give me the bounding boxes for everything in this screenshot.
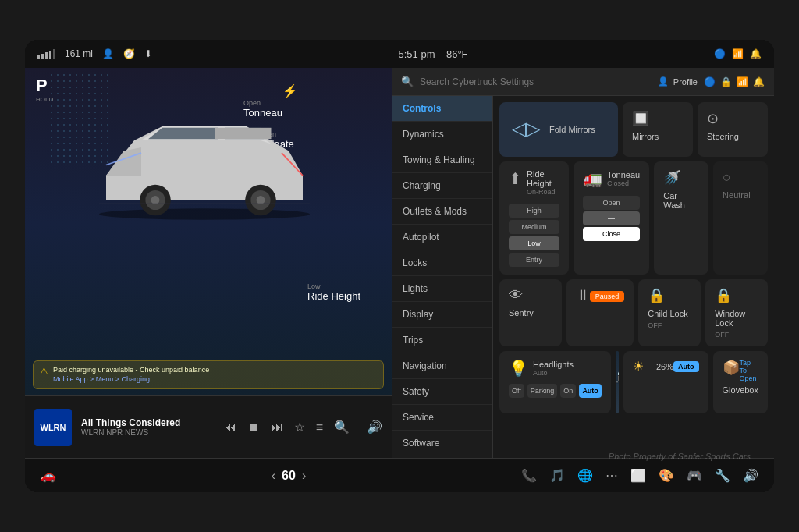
status-right: 🔵 📶 🔔 <box>714 48 762 59</box>
fold-mirrors-card[interactable]: ◁▷ Fold Mirrors <box>499 102 618 157</box>
next-track-button[interactable]: ⏭ <box>271 420 283 434</box>
child-lock-card[interactable]: 🔒 Child Lock OFF <box>638 279 701 346</box>
prev-track-button[interactable]: ⏮ <box>224 420 236 434</box>
car-icon-taskbar[interactable]: 🚗 <box>41 468 56 483</box>
ride-height-label: Low Ride Height <box>307 282 360 302</box>
nav-dynamics[interactable]: Dynamics <box>392 122 492 147</box>
glovebox-label: Glovebox <box>723 385 758 395</box>
music-icon-taskbar[interactable]: 🎵 <box>549 468 565 483</box>
ride-high-btn[interactable]: High <box>509 204 559 218</box>
radio-station: WLRN NPR NEWS <box>81 428 215 437</box>
ride-medium-btn[interactable]: Medium <box>509 220 559 234</box>
car-cam-card[interactable]: 📷 <box>616 351 619 413</box>
headlights-label: Headlights <box>533 360 574 369</box>
status-bar: 161 mi 👤 🧭 ⬇ 5:51 pm 86°F 🔵 📶 🔔 <box>25 40 774 68</box>
next-btn-taskbar[interactable]: › <box>302 469 306 483</box>
nav-charging[interactable]: Charging <box>392 173 492 199</box>
row-2: ⬆ Ride Height On-Road High Medium Low <box>499 161 768 275</box>
window-lock-card[interactable]: 🔒 Window Lock OFF <box>705 279 768 346</box>
nav-controls[interactable]: Controls <box>392 96 492 122</box>
nav-autopilot[interactable]: Autopilot <box>392 225 492 250</box>
nav-service[interactable]: Service <box>392 405 492 431</box>
window-lock-label: Window Lock <box>715 309 758 328</box>
search-input[interactable] <box>420 76 652 87</box>
paused-icon: ⏸ <box>576 287 590 303</box>
sentry-label: Sentry <box>509 308 552 317</box>
brightness-percent: 26% <box>656 362 673 371</box>
vehicle-display: P HOLD Open Tonneau Open Tailgate Open F… <box>25 68 392 395</box>
nav-software[interactable]: Software <box>392 431 492 456</box>
nav-display[interactable]: Display <box>392 302 492 328</box>
equalizer-button[interactable]: ≡ <box>316 420 323 434</box>
app3-taskbar[interactable]: 🎮 <box>687 468 702 483</box>
bt-icon: 🔵 <box>704 76 716 87</box>
car-wash-card[interactable]: 🚿 Car Wash <box>654 161 708 275</box>
radio-controls[interactable]: ⏮ ⏹ ⏭ ☆ ≡ 🔍 🔊 <box>224 420 382 434</box>
mileage-display: 161 mi <box>65 48 93 59</box>
prev-btn-taskbar[interactable]: ‹ <box>272 469 275 483</box>
headlight-on-btn[interactable]: On <box>560 384 576 398</box>
app2-taskbar[interactable]: 🎨 <box>659 468 674 483</box>
ride-low-btn[interactable]: Low <box>509 236 559 250</box>
ride-height-label: Ride Height <box>527 169 559 188</box>
ride-entry-btn[interactable]: Entry <box>509 253 559 267</box>
nav-outlets[interactable]: Outlets & Mods <box>392 199 492 225</box>
headlight-off-btn[interactable]: Off <box>509 384 524 398</box>
window-lock-sub: OFF <box>715 331 758 339</box>
profile-icons: 🔵 🔒 📶 🔔 <box>704 76 765 87</box>
bell-icon2: 🔔 <box>753 76 765 87</box>
app1-taskbar[interactable]: ⬜ <box>630 468 646 483</box>
headlight-auto-btn[interactable]: Auto <box>579 384 602 398</box>
steering-card[interactable]: ⊙ Steering <box>698 102 768 157</box>
svg-marker-6 <box>106 147 141 176</box>
nav-trips[interactable]: Trips <box>392 328 492 353</box>
nav-towing[interactable]: Towing & Hauling <box>392 147 492 173</box>
star-button[interactable]: ☆ <box>294 420 305 434</box>
search-icon: 🔍 <box>401 76 414 87</box>
mirrors-label: Mirrors <box>632 132 684 141</box>
dots-icon-taskbar[interactable]: ⋯ <box>605 468 618 483</box>
volume-taskbar[interactable]: 🔊 <box>743 468 758 483</box>
nav-navigation[interactable]: Navigation <box>392 353 492 379</box>
tonneau-close-btn[interactable]: — <box>583 211 640 225</box>
tonneau-card[interactable]: 🚛 Tonneau Closed Open <box>574 161 649 275</box>
status-left: 161 mi 👤 🧭 ⬇ <box>37 48 152 59</box>
time-display: 5:51 pm <box>398 48 435 60</box>
ride-segment: High Medium Low Entry <box>509 204 559 267</box>
tonneau-closed-btn[interactable]: Close <box>583 227 640 241</box>
search-button[interactable]: 🔍 <box>334 420 350 434</box>
radio-panel: WLRN All Things Considered WLRN NPR NEWS… <box>25 395 392 458</box>
fold-mirrors-text: Fold Mirrors <box>549 125 595 134</box>
nav-lights[interactable]: Lights <box>392 276 492 302</box>
profile-button[interactable]: 👤 Profile <box>658 76 698 87</box>
taskbar-center: ‹ 60 › <box>272 469 306 483</box>
brightness-auto[interactable]: Auto <box>673 361 699 372</box>
alert-icon: ⚠ <box>40 366 48 377</box>
glovebox-card[interactable]: 📦 Tap To Open Glovebox <box>713 351 768 413</box>
headlights-modes: Off Parking On Auto <box>509 384 602 398</box>
headlights-card[interactable]: 💡 Headlights Auto Off Parking On Au <box>499 351 611 413</box>
wifi-icon: 📶 <box>732 48 744 59</box>
brightness-card[interactable]: ☀ 26% Auto <box>623 351 708 413</box>
headlight-parking-btn[interactable]: Parking <box>527 384 558 398</box>
main-area: P HOLD Open Tonneau Open Tailgate Open F… <box>25 68 774 458</box>
tonneau-open-btn[interactable]: Open <box>583 196 640 210</box>
sentry-icon: 👁 <box>509 287 552 303</box>
stop-button[interactable]: ⏹ <box>247 420 260 434</box>
taskbar-right: 📞 🎵 🌐 ⋯ ⬜ 🎨 🎮 🔧 🔊 <box>521 468 758 483</box>
sentry-card[interactable]: 👁 Sentry <box>499 279 562 346</box>
mirrors-card[interactable]: 🔲 Mirrors <box>623 102 693 157</box>
map-icon-taskbar[interactable]: 🌐 <box>577 468 593 483</box>
fold-mirrors-icon: ◁▷ <box>512 118 540 140</box>
ride-height-card[interactable]: ⬆ Ride Height On-Road High Medium Low <box>499 161 569 275</box>
paused-card[interactable]: ⏸ Paused <box>566 279 634 346</box>
tonneau-sub: Closed <box>607 179 640 187</box>
app4-taskbar[interactable]: 🔧 <box>715 468 730 483</box>
search-bar: 🔍 👤 Profile 🔵 🔒 📶 🔔 <box>392 68 774 96</box>
neutral-card[interactable]: ○ Neutral <box>713 161 768 275</box>
nav-locks[interactable]: Locks <box>392 250 492 276</box>
settings-body: Controls Dynamics Towing & Hauling Charg… <box>392 96 774 458</box>
nav-safety[interactable]: Safety <box>392 379 492 405</box>
taskbar: 🚗 ‹ 60 › 📞 🎵 🌐 ⋯ ⬜ 🎨 🎮 🔧 🔊 <box>25 458 774 492</box>
phone-icon-taskbar[interactable]: 📞 <box>521 468 537 483</box>
